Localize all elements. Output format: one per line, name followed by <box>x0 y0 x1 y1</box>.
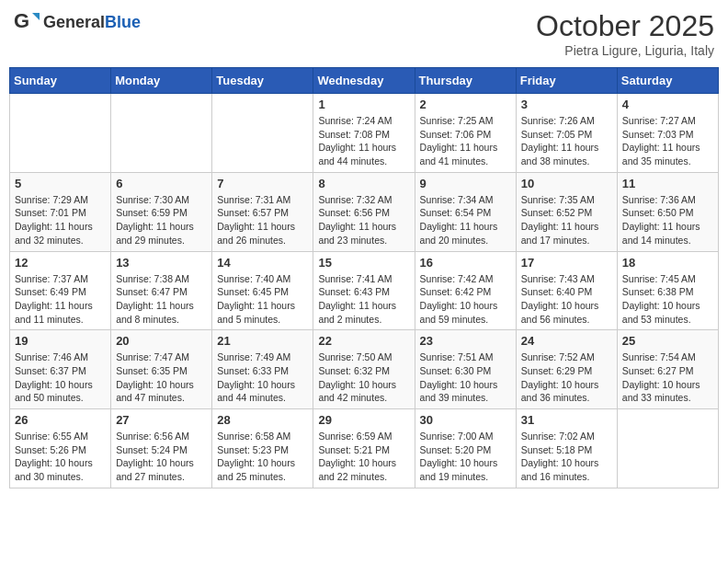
day-info: Sunrise: 7:40 AMSunset: 6:45 PMDaylight:… <box>217 272 308 327</box>
svg-text:G: G <box>14 9 29 32</box>
day-info: Sunrise: 7:52 AMSunset: 6:29 PMDaylight:… <box>521 350 612 405</box>
day-number: 4 <box>622 98 713 111</box>
calendar-cell: 13Sunrise: 7:38 AMSunset: 6:47 PMDayligh… <box>111 251 212 330</box>
calendar-cell: 5Sunrise: 7:29 AMSunset: 7:01 PMDaylight… <box>10 172 111 251</box>
day-number: 11 <box>622 177 713 190</box>
day-number: 19 <box>15 334 106 348</box>
day-info: Sunrise: 6:59 AMSunset: 5:21 PMDaylight:… <box>318 430 409 484</box>
day-info: Sunrise: 7:37 AMSunset: 6:49 PMDaylight:… <box>15 272 106 327</box>
day-number: 21 <box>217 334 308 348</box>
calendar-cell: 12Sunrise: 7:37 AMSunset: 6:49 PMDayligh… <box>10 251 111 330</box>
day-number: 15 <box>318 256 409 270</box>
day-info: Sunrise: 7:00 AMSunset: 5:20 PMDaylight:… <box>420 430 511 484</box>
day-number: 31 <box>521 413 612 427</box>
week-row-5: 26Sunrise: 6:55 AMSunset: 5:26 PMDayligh… <box>10 409 719 488</box>
day-info: Sunrise: 7:31 AMSunset: 6:57 PMDaylight:… <box>217 193 308 247</box>
svg-marker-1 <box>32 13 40 20</box>
calendar-cell: 6Sunrise: 7:30 AMSunset: 6:59 PMDaylight… <box>111 172 212 251</box>
weekday-header-thursday: Thursday <box>415 68 516 94</box>
weekday-header-row: SundayMondayTuesdayWednesdayThursdayFrid… <box>10 68 719 94</box>
day-info: Sunrise: 7:49 AMSunset: 6:33 PMDaylight:… <box>217 350 308 405</box>
day-number: 2 <box>420 98 511 111</box>
day-info: Sunrise: 7:30 AMSunset: 6:59 PMDaylight:… <box>116 193 207 247</box>
week-row-3: 12Sunrise: 7:37 AMSunset: 6:49 PMDayligh… <box>10 251 719 330</box>
calendar-cell: 2Sunrise: 7:25 AMSunset: 7:06 PMDaylight… <box>415 94 516 173</box>
day-info: Sunrise: 7:50 AMSunset: 6:32 PMDaylight:… <box>318 350 409 405</box>
calendar-cell: 25Sunrise: 7:54 AMSunset: 6:27 PMDayligh… <box>617 330 718 409</box>
calendar-cell: 17Sunrise: 7:43 AMSunset: 6:40 PMDayligh… <box>516 251 617 330</box>
day-info: Sunrise: 7:42 AMSunset: 6:42 PMDaylight:… <box>420 272 511 327</box>
day-info: Sunrise: 7:36 AMSunset: 6:50 PMDaylight:… <box>622 193 713 247</box>
day-info: Sunrise: 6:55 AMSunset: 5:26 PMDaylight:… <box>15 430 106 484</box>
calendar-cell: 8Sunrise: 7:32 AMSunset: 6:56 PMDaylight… <box>313 172 415 251</box>
calendar-cell: 10Sunrise: 7:35 AMSunset: 6:52 PMDayligh… <box>516 172 617 251</box>
day-number: 6 <box>116 177 207 190</box>
weekday-header-saturday: Saturday <box>617 68 718 94</box>
day-number: 28 <box>217 413 308 427</box>
day-number: 12 <box>15 256 106 270</box>
logo-blue-text: Blue <box>105 13 141 31</box>
day-number: 25 <box>622 334 713 348</box>
calendar-cell: 27Sunrise: 6:56 AMSunset: 5:24 PMDayligh… <box>111 409 212 488</box>
day-info: Sunrise: 7:51 AMSunset: 6:30 PMDaylight:… <box>420 350 511 405</box>
calendar-cell: 29Sunrise: 6:59 AMSunset: 5:21 PMDayligh… <box>313 409 415 488</box>
day-info: Sunrise: 6:56 AMSunset: 5:24 PMDaylight:… <box>116 430 207 484</box>
day-number: 24 <box>521 334 612 348</box>
calendar-cell <box>10 94 111 173</box>
day-info: Sunrise: 7:24 AMSunset: 7:08 PMDaylight:… <box>318 114 409 168</box>
calendar-cell: 15Sunrise: 7:41 AMSunset: 6:43 PMDayligh… <box>313 251 415 330</box>
day-number: 10 <box>521 177 612 190</box>
day-number: 3 <box>521 98 612 111</box>
calendar-cell: 31Sunrise: 7:02 AMSunset: 5:18 PMDayligh… <box>516 409 617 488</box>
day-number: 5 <box>15 177 106 190</box>
day-info: Sunrise: 7:02 AMSunset: 5:18 PMDaylight:… <box>521 430 612 484</box>
calendar-cell: 19Sunrise: 7:46 AMSunset: 6:37 PMDayligh… <box>10 330 111 409</box>
day-number: 17 <box>521 256 612 270</box>
calendar-cell: 21Sunrise: 7:49 AMSunset: 6:33 PMDayligh… <box>212 330 313 409</box>
location-subtitle: Pietra Ligure, Liguria, Italy <box>536 43 714 58</box>
logo-general-text: General <box>43 13 105 31</box>
calendar-cell: 28Sunrise: 6:58 AMSunset: 5:23 PMDayligh… <box>212 409 313 488</box>
calendar-cell: 26Sunrise: 6:55 AMSunset: 5:26 PMDayligh… <box>10 409 111 488</box>
day-number: 13 <box>116 256 207 270</box>
title-block: October 2025 Pietra Ligure, Liguria, Ita… <box>536 9 714 58</box>
calendar-table: SundayMondayTuesdayWednesdayThursdayFrid… <box>9 67 719 488</box>
day-number: 14 <box>217 256 308 270</box>
weekday-header-sunday: Sunday <box>10 68 111 94</box>
logo: G GeneralBlue <box>14 9 141 35</box>
day-number: 22 <box>318 334 409 348</box>
month-title: October 2025 <box>536 9 714 43</box>
day-number: 1 <box>318 98 409 111</box>
calendar-cell: 18Sunrise: 7:45 AMSunset: 6:38 PMDayligh… <box>617 251 718 330</box>
day-info: Sunrise: 7:46 AMSunset: 6:37 PMDaylight:… <box>15 350 106 405</box>
day-info: Sunrise: 7:41 AMSunset: 6:43 PMDaylight:… <box>318 272 409 327</box>
day-info: Sunrise: 7:34 AMSunset: 6:54 PMDaylight:… <box>420 193 511 247</box>
weekday-header-wednesday: Wednesday <box>313 68 415 94</box>
weekday-header-monday: Monday <box>111 68 212 94</box>
week-row-1: 1Sunrise: 7:24 AMSunset: 7:08 PMDaylight… <box>10 94 719 173</box>
day-number: 8 <box>318 177 409 190</box>
day-info: Sunrise: 7:54 AMSunset: 6:27 PMDaylight:… <box>622 350 713 405</box>
weekday-header-friday: Friday <box>516 68 617 94</box>
day-number: 29 <box>318 413 409 427</box>
calendar-cell: 23Sunrise: 7:51 AMSunset: 6:30 PMDayligh… <box>415 330 516 409</box>
calendar-cell <box>617 409 718 488</box>
day-info: Sunrise: 7:25 AMSunset: 7:06 PMDaylight:… <box>420 114 511 168</box>
day-number: 18 <box>622 256 713 270</box>
calendar-cell: 14Sunrise: 7:40 AMSunset: 6:45 PMDayligh… <box>212 251 313 330</box>
calendar-cell: 9Sunrise: 7:34 AMSunset: 6:54 PMDaylight… <box>415 172 516 251</box>
day-info: Sunrise: 7:26 AMSunset: 7:05 PMDaylight:… <box>521 114 612 168</box>
calendar-cell: 4Sunrise: 7:27 AMSunset: 7:03 PMDaylight… <box>617 94 718 173</box>
day-number: 20 <box>116 334 207 348</box>
calendar-cell: 7Sunrise: 7:31 AMSunset: 6:57 PMDaylight… <box>212 172 313 251</box>
calendar-cell: 24Sunrise: 7:52 AMSunset: 6:29 PMDayligh… <box>516 330 617 409</box>
calendar-cell: 11Sunrise: 7:36 AMSunset: 6:50 PMDayligh… <box>617 172 718 251</box>
calendar-cell: 30Sunrise: 7:00 AMSunset: 5:20 PMDayligh… <box>415 409 516 488</box>
day-info: Sunrise: 6:58 AMSunset: 5:23 PMDaylight:… <box>217 430 308 484</box>
calendar-cell: 20Sunrise: 7:47 AMSunset: 6:35 PMDayligh… <box>111 330 212 409</box>
day-number: 16 <box>420 256 511 270</box>
week-row-2: 5Sunrise: 7:29 AMSunset: 7:01 PMDaylight… <box>10 172 719 251</box>
calendar-cell: 16Sunrise: 7:42 AMSunset: 6:42 PMDayligh… <box>415 251 516 330</box>
day-number: 9 <box>420 177 511 190</box>
day-info: Sunrise: 7:27 AMSunset: 7:03 PMDaylight:… <box>622 114 713 168</box>
